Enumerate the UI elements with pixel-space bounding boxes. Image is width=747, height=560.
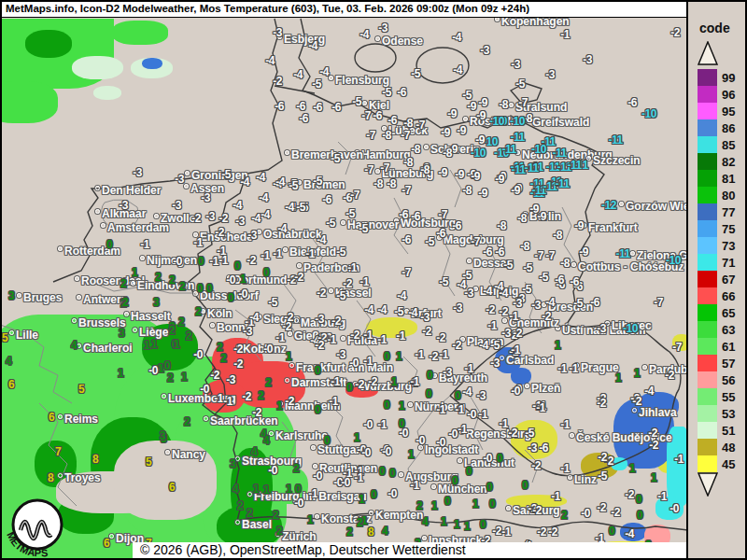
- city-marker-icon: [133, 328, 137, 332]
- legend-swatch: [698, 254, 717, 271]
- temperature-value: -5: [523, 261, 532, 274]
- weather-map[interactable]: EsbjergOdenseKopenhagenFlensburgKielRost…: [2, 2, 688, 558]
- temperature-value: -3: [172, 199, 181, 212]
- temperature-value: 0: [295, 483, 301, 496]
- legend-code-label: 61: [722, 340, 735, 354]
- city-label: Carlsbad: [500, 354, 554, 367]
- temperature-value: 4: [233, 483, 238, 496]
- temperature-value: -11: [615, 247, 629, 260]
- temperature-value: -1: [275, 331, 285, 344]
- temperature-value: -8: [403, 117, 413, 130]
- temperature-value: -1: [377, 333, 387, 346]
- temperature-value: -6: [555, 273, 564, 287]
- temperature-value: -4: [377, 303, 387, 316]
- city-marker-icon: [95, 209, 100, 214]
- temperature-value: -1: [363, 355, 373, 368]
- temperature-value: -2: [632, 395, 641, 408]
- temperature-value: -9: [471, 170, 480, 183]
- city-marker-icon: [72, 318, 77, 323]
- temperature-value: -7: [364, 163, 374, 176]
- legend-code-label: 53: [722, 407, 735, 421]
- temperature-value: -0: [238, 287, 247, 301]
- temperature-value: -2: [499, 305, 508, 318]
- temperature-value: -7: [654, 296, 663, 309]
- temperature-value: 2: [179, 280, 185, 293]
- temperature-value: 0: [228, 291, 233, 304]
- city-label: Charleroi: [77, 342, 133, 355]
- temperature-value: -3: [528, 441, 537, 455]
- temperature-value: -0: [483, 452, 492, 465]
- temperature-value: -7: [518, 96, 528, 109]
- city-name: Eindhoven: [137, 279, 194, 292]
- temperature-value: 0: [324, 434, 330, 447]
- temperature-value: -9: [476, 109, 486, 122]
- legend-swatch: [698, 338, 717, 355]
- city-label: Troyes: [58, 471, 101, 484]
- temperature-value: -9: [478, 187, 487, 200]
- temperature-value: -1: [557, 362, 567, 375]
- legend-swatch: [698, 86, 717, 103]
- temperature-value: -5: [439, 275, 448, 288]
- city-name: Jihlava: [639, 406, 677, 419]
- temperature-value: -0: [511, 385, 520, 398]
- city-marker-icon: [362, 101, 367, 105]
- temperature-value: 2: [167, 371, 173, 385]
- temperature-value: -1: [410, 479, 419, 492]
- temperature-value: 3: [230, 457, 235, 470]
- temperature-value: -9: [455, 168, 464, 181]
- temperature-value: -4: [240, 175, 249, 189]
- temperature-value: 1: [132, 266, 137, 279]
- temperature-value: -7: [366, 129, 375, 142]
- temperature-value: -6: [627, 96, 637, 109]
- temperature-value: -2: [282, 320, 291, 333]
- temperature-value: -1: [363, 329, 373, 342]
- city-label: Bonn: [210, 321, 246, 334]
- temperature-value: 1: [263, 483, 269, 497]
- legend-row: 82: [698, 153, 745, 170]
- temperature-value: -6: [275, 100, 284, 113]
- temperature-value: -0: [193, 348, 203, 361]
- city-marker-icon: [632, 408, 637, 413]
- temperature-value: -2: [597, 397, 606, 410]
- city-label: Reims: [58, 413, 98, 426]
- temperature-value: -4: [499, 287, 508, 300]
- temperature-value: 2: [122, 296, 128, 309]
- temperature-value: -4: [275, 175, 285, 189]
- city-label: Groningen: [185, 169, 248, 182]
- temperature-value: 1: [181, 371, 187, 384]
- city-marker-icon: [315, 514, 319, 519]
- temperature-value: -6: [411, 210, 420, 223]
- temperature-value: -2: [233, 357, 243, 371]
- legend-code-label: 82: [722, 155, 735, 169]
- city-marker-icon: [341, 220, 345, 225]
- city-name: Prague: [581, 361, 619, 374]
- city-name: Flensburg: [335, 74, 389, 87]
- temperature-value: 1: [399, 399, 404, 413]
- temperature-value: -3: [235, 215, 245, 228]
- temperature-value: 4: [6, 355, 11, 368]
- temperature-value: -12: [601, 199, 616, 212]
- temperature-value: -9: [475, 133, 485, 147]
- temperature-value: 2: [357, 516, 362, 529]
- temperature-value: -6: [436, 227, 445, 240]
- city-marker-icon: [515, 150, 520, 155]
- temperature-value: -2: [285, 395, 294, 408]
- temperature-value: 2: [265, 376, 271, 389]
- legend-swatch: [698, 119, 717, 136]
- temperature-value: -4: [259, 191, 268, 204]
- legend-swatch: [698, 304, 717, 321]
- city-marker-icon: [432, 373, 437, 378]
- city-marker-icon: [17, 293, 21, 298]
- city-marker-icon: [294, 318, 299, 323]
- city-name: Saarbrücken: [210, 414, 278, 427]
- temperature-value: -4: [249, 311, 259, 324]
- city-marker-icon: [58, 246, 63, 251]
- temperature-value: -3: [464, 287, 473, 300]
- temperature-value: -2: [317, 287, 326, 300]
- temperature-value: -5: [336, 245, 345, 259]
- legend-arrow-up-icon: [698, 41, 718, 65]
- temperature-value: -8: [499, 98, 508, 111]
- legend-code-label: 45: [722, 457, 735, 471]
- temperature-value: -4: [251, 212, 261, 225]
- temperature-value: -3: [336, 348, 345, 361]
